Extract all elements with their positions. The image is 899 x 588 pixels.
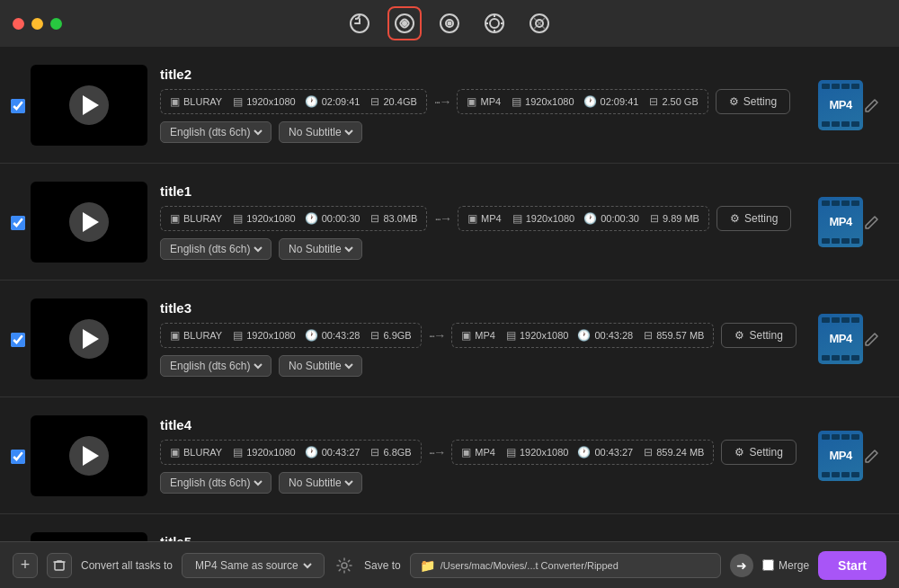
audio-select[interactable]: English (dts 6ch) [166,242,265,256]
task-thumbnail[interactable] [31,65,147,146]
title-bar [0,0,899,47]
play-button[interactable] [69,319,109,359]
maximize-button[interactable] [50,18,62,30]
subtitle-select-container[interactable]: No Subtitle [279,355,362,377]
output-res-icon: ▤ [506,446,516,459]
film-icon[interactable] [522,6,556,40]
output-clock-icon: 🕐 [583,212,597,225]
source-duration: 00:43:28 [322,330,360,341]
subtitle-select[interactable]: No Subtitle [285,242,356,256]
subtitle-select[interactable]: No Subtitle [285,476,356,490]
bottom-bar: + Convert all tasks to MP4 Same as sourc… [0,541,899,588]
play-button[interactable] [69,436,109,476]
task-list: title2 ▣ BLURAY ▤ 1920x1080 🕐 02:09:41 ⊟… [0,47,899,541]
output-res-icon: ▤ [506,329,516,342]
setting-button[interactable]: ⚙ Setting [721,323,796,348]
source-format: BLURAY [183,96,222,107]
task-right-area: MP4 [818,80,863,130]
audio-select[interactable]: English (dts 6ch) [166,476,265,490]
merge-checkbox[interactable] [762,559,774,571]
task-row: title3 ▣ BLURAY ▤ 1920x1080 🕐 00:43:28 ⊟… [0,281,899,397]
source-duration: 02:09:41 [322,96,360,107]
source-size: 6.9GB [383,330,411,341]
output-format: MP4 [475,447,495,458]
audio-select[interactable]: English (dts 6ch) [166,359,265,373]
convert-icon[interactable] [387,6,422,40]
task-thumbnail[interactable] [31,415,147,496]
audio-select-container[interactable]: English (dts 6ch) [160,121,271,143]
media-specs: ▣ BLURAY ▤ 1920x1080 🕐 00:43:28 ⊟ 6.9GB … [160,323,818,348]
start-button[interactable]: Start [818,551,886,580]
delete-task-button[interactable] [47,553,72,578]
edit-button[interactable] [863,213,888,231]
source-resolution: 1920x1080 [246,330,295,341]
task-checkbox[interactable] [11,216,25,230]
output-size: 859.24 MB [656,447,704,458]
mp4-badge: MP4 [818,431,863,481]
gear-icon-small: ⚙ [734,446,744,459]
setting-button[interactable]: ⚙ Setting [721,440,796,465]
edit-button[interactable] [863,96,888,114]
task-checkbox[interactable] [11,450,25,464]
svg-point-7 [490,19,499,28]
edit-button[interactable] [863,330,888,348]
task-thumbnail[interactable] [31,182,147,263]
subtitle-select-container[interactable]: No Subtitle [279,472,362,494]
source-time-row: 🕐 00:43:27 ⊟ 6.8GB [305,446,412,459]
subtitle-select[interactable]: No Subtitle [285,125,356,139]
source-spec-box: ▣ BLURAY ▤ 1920x1080 🕐 00:00:30 ⊟ 83.0MB [160,206,427,231]
task-title: title2 [160,67,818,82]
play-button[interactable] [69,85,109,125]
task-checkbox[interactable] [11,333,25,347]
setting-label: Setting [749,446,782,459]
edit-button[interactable] [863,447,888,465]
audio-select[interactable]: English (dts 6ch) [166,125,265,139]
disc-icon[interactable] [432,6,467,40]
setting-button[interactable]: ⚙ Setting [716,89,790,114]
format-select-input[interactable]: MP4 Same as source MKV Same as source AV… [191,558,315,573]
audio-select-container[interactable]: English (dts 6ch) [160,238,271,260]
save-to-label: Save to [364,559,401,572]
task-thumbnail[interactable] [31,298,147,379]
disc-small-icon: ▣ [170,212,180,225]
output-format-row: ▣ MP4 ▤ 1920x1080 [467,95,574,108]
subtitle-select-container[interactable]: No Subtitle [279,121,362,143]
task-title: title3 [160,300,818,316]
output-duration: 00:43:28 [594,330,633,341]
output-format-icon: ▣ [461,446,471,459]
source-format: BLURAY [183,330,222,341]
output-size-icon: ⊟ [649,95,658,108]
back-icon[interactable] [343,6,377,40]
merge-option: Merge [762,559,809,572]
setting-button[interactable]: ⚙ Setting [717,206,791,231]
task-options: English (dts 6ch) No Subtitle [160,472,818,494]
task-checkbox-container [11,448,31,464]
output-duration: 00:43:27 [594,447,633,458]
close-button[interactable] [13,18,24,30]
source-spec-box: ▣ BLURAY ▤ 1920x1080 🕐 00:43:28 ⊟ 6.9GB [160,323,422,348]
task-checkbox[interactable] [11,99,25,113]
settings-gear-icon[interactable] [334,555,355,576]
arrow-icon: ···→ [434,211,450,226]
audio-select-container[interactable]: English (dts 6ch) [160,472,271,494]
play-button[interactable] [69,202,109,242]
output-spec-box: ▣ MP4 ▤ 1920x1080 🕐 00:43:27 ⊟ 859.24 MB [451,440,714,465]
task-thumbnail[interactable] [31,532,147,542]
open-folder-button[interactable]: ➜ [730,554,753,577]
mp4-badge: MP4 [818,80,863,130]
arrow-icon: ···→ [434,94,450,109]
output-size-icon: ⊟ [644,329,653,342]
rip-icon[interactable] [477,6,512,40]
add-task-button[interactable]: + [13,553,38,578]
source-spec-box: ▣ BLURAY ▤ 1920x1080 🕐 02:09:41 ⊟ 20.4GB [160,89,427,114]
source-resolution: 1920x1080 [246,447,295,458]
format-selector[interactable]: MP4 Same as source MKV Same as source AV… [182,553,325,578]
subtitle-select-container[interactable]: No Subtitle [279,238,362,260]
subtitle-select[interactable]: No Subtitle [285,359,356,373]
source-format-row: ▣ BLURAY ▤ 1920x1080 [170,212,296,225]
gear-icon-small: ⚙ [729,95,739,108]
audio-select-container[interactable]: English (dts 6ch) [160,355,271,377]
save-path-display[interactable]: 📁 /Users/mac/Movies/...t Converter/Rippe… [410,553,721,578]
minimize-button[interactable] [31,18,43,30]
source-format-row: ▣ BLURAY ▤ 1920x1080 [170,446,296,459]
